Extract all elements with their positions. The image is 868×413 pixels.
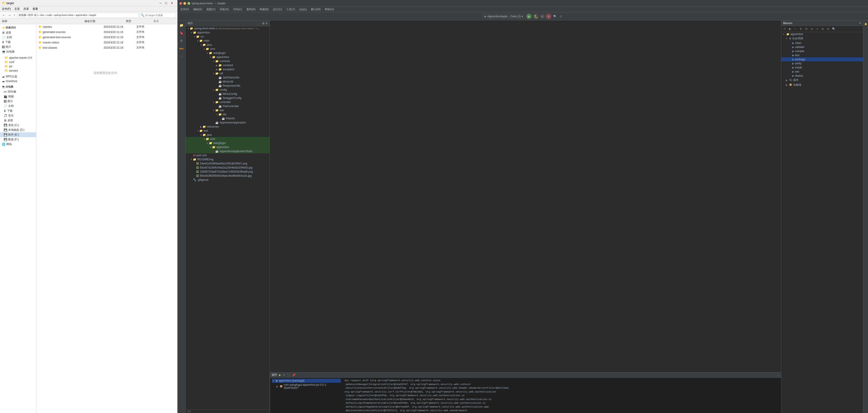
maven-run-btn[interactable]: ▶ [788,27,792,31]
tree-jwt-token-utils[interactable]: ▶ ☕ JwtTokenUtils [186,75,270,80]
tree-test[interactable]: ▾ 📁 test [186,129,270,133]
tree-test-com[interactable]: ▾ 📁 com [186,137,270,141]
maven-download-btn[interactable]: ⬇ [799,27,803,31]
tree-controller[interactable]: ▾ 📁 controller [186,100,270,104]
more-tools-btn[interactable]: ··· [179,53,185,59]
maven-settings-btn[interactable]: ⚙ [804,27,809,31]
ide-maximize-btn[interactable] [187,2,190,5]
maven-verify[interactable]: ▶ verify [781,61,863,65]
sidebar-drive-e[interactable]: 💾 软件 (E:) [0,132,36,137]
debug-button[interactable]: 🐛 [533,14,538,19]
notifications-btn[interactable]: 🔔 [863,21,868,26]
sidebar-servers[interactable]: 📁 servers [0,68,36,73]
tree-dao[interactable]: ▾ 📁 dao [186,108,270,113]
run-task-sub[interactable]: ▶ 📦 com.wangfugui:apprentice:jar:0.0.1-S… [272,383,341,390]
maven-clean[interactable]: ▶ clean [781,41,863,45]
tree-img1[interactable]: ▶ 🖼 23eefccf438f4aeb5a143f1db1f0fa7.png [186,161,270,165]
project-close-icon[interactable]: ✕ [266,22,268,25]
sidebar-desktop2[interactable]: 🖥 桌面 [0,118,36,123]
maven-validate[interactable]: ▶ validate [781,45,863,49]
sidebar-downloads[interactable]: ⬇ 下载 [0,40,36,44]
tree-resources[interactable]: ▶ 📁 resources [186,125,270,129]
minimize-btn[interactable]: ─ [158,1,163,5]
tree-config[interactable]: ▾ 📁 config [186,88,270,92]
sidebar-network[interactable]: 🌐 网络 [0,142,36,147]
ide-menu-edit[interactable]: 编辑(E) [191,7,204,12]
sidebar-drive-d[interactable]: 💾 本地磁盘 (D:) [0,128,36,132]
sidebar-wps-cloud[interactable]: ☁ WPS云盘 [0,74,36,79]
tree-apprentice[interactable]: ▾ 📁 apprentice [186,30,270,35]
tree-src[interactable]: ▾ 📁 src [186,35,270,39]
structure-btn[interactable]: ⚙ [179,38,185,44]
file-row-classes[interactable]: 📁 classes 2024/3/20 21:16 文件夹 [36,24,177,29]
forward-btn[interactable]: → [7,13,12,17]
tree-file-info[interactable]: ▶ ☕ FileInfo [186,117,270,121]
run-config-dropdown[interactable]: ▶ ApprenticeApplic...Code (1) ▾ [482,14,525,19]
bookmarks-btn[interactable]: 🔖 [179,30,185,36]
sidebar-music[interactable]: 🎵 音乐 [0,113,36,118]
run-pin-btn[interactable]: 📌 [292,374,296,377]
sidebar-pictures[interactable]: 🖼 图片 [0,44,36,49]
project-tree-btn[interactable]: 📁 [179,22,185,28]
project-settings-icon[interactable]: ⚙ [262,22,265,25]
sidebar-docs[interactable]: 📄 文档 [0,35,36,40]
maven-compile[interactable]: ▶ compile [781,49,863,53]
maven-deps-group[interactable]: ▶ 📦 依赖项 [781,83,863,87]
run-stop-btn[interactable]: ⬛ [287,374,290,377]
tree-apprentice-app-tests[interactable]: ▶ ☕ ApprenticeApplicationTests [186,149,270,153]
tree-main[interactable]: ▾ 📁 main [186,39,270,43]
ide-menu-file[interactable]: 文件(F) [178,7,191,12]
maven-toggle-btn[interactable]: ≡ [815,27,819,31]
fe-menu-home[interactable]: 主页 [13,7,21,11]
up-btn[interactable]: ↑ [13,13,16,17]
search-box[interactable]: 🔍 [140,13,176,18]
tree-test-java[interactable]: ▾ 📁 java [186,133,270,137]
maven-deploy[interactable]: ▶ deploy [781,74,863,78]
ide-menu-view[interactable]: 视图(V) [205,7,217,12]
maven-search-btn[interactable]: 🔍 [831,27,836,31]
sidebar-conf[interactable]: 📁 conf [0,60,36,64]
ide-menu-code[interactable]: 代码(C) [231,7,244,12]
file-row-test-classes[interactable]: 📁 test-classes 2024/3/20 21:16 文件夹 [36,45,177,50]
tree-com[interactable]: ▾ 📁 com [186,47,270,51]
maven-skip-tests-btn[interactable]: ⊘ [809,27,814,31]
back-btn[interactable]: ← [1,13,6,17]
maximize-btn[interactable]: □ [164,1,168,5]
fe-menu-view[interactable]: 查看 [32,7,39,11]
sidebar-onedrive[interactable]: ☁ OneDrive [0,79,36,83]
sidebar-apache-maven[interactable]: 📁 apache-maven-3.6 [0,56,36,60]
sidebar-3d-objects[interactable]: 🗃 3D对象 [0,89,36,94]
tree-common[interactable]: ▾ 📁 common [186,59,270,63]
tree-gitignore[interactable]: ▶ 🔧 .gitignore [186,178,270,182]
maven-refresh-btn[interactable]: ↺ [782,27,787,31]
ide-menu-git[interactable]: Git(G) [298,7,309,11]
ide-menu-window[interactable]: 窗口(W) [309,7,322,12]
tree-minio-util[interactable]: ▶ ☕ MinioUtil [186,80,270,84]
sidebar-desktop[interactable]: 🖥 桌面 [0,30,36,35]
ide-menu-nav[interactable]: 导航(N) [218,7,231,12]
search-input[interactable] [145,14,168,17]
sidebar-this-pc-quick[interactable]: 💻 此电脑 [0,49,36,54]
search-everywhere-btn[interactable]: 🔍 [553,14,557,19]
file-row-generated-sources[interactable]: 📁 generated-sources 2024/3/20 21:16 文件夹 [36,29,177,35]
maven-add-btn[interactable]: + [793,27,798,31]
maven-collapse-btn[interactable]: ⊟ [826,27,831,31]
stop-button[interactable]: ■ [546,14,551,19]
run-refresh-btn[interactable]: ↺ [283,374,285,377]
breadcrumb[interactable]: 此电脑 › 软件 (E:) › dev › code › spring-boot… [17,13,139,18]
tree-root[interactable]: ▾ 📁 spring-boot-minio E:\dev\code\spring… [186,26,270,30]
maven-lifecycle-group[interactable]: ▾ ⚙ 生命周期 [781,36,863,41]
run-task-apprentice[interactable]: ▾ ▶ apprentice [package]: [272,379,341,383]
tree-test-wangfugui[interactable]: ▾ 📁 wangfugui [186,141,270,145]
run-more-btn[interactable]: ··· [777,374,779,377]
tree-img3[interactable]: ▶ 🖼 15689720ab8742d3ba7146933b3f5a08.png [186,170,270,174]
maven-module-apprentice[interactable]: ▾ 📁 apprentice [781,32,863,36]
tree-img4[interactable]: ▶ 🖼 f06e3b3f609584b49aec4bd9b4bfcbc2e.jp… [186,174,270,178]
ide-menu-build[interactable]: 构建(B) [258,7,271,12]
maven-plugins-group[interactable]: ▶ 🔌 插件 [781,78,863,83]
coverage-button[interactable]: ≡ [540,14,545,19]
tree-pom[interactable]: ▶ 𝐌 pom.xml [186,153,270,157]
sidebar-pictures2[interactable]: 🖼 图片 [0,99,36,104]
file-row-generated-test-sources[interactable]: 📁 generated-test-sources 2024/3/20 21:16… [36,35,177,40]
maven-package[interactable]: ▶ package [781,57,863,61]
